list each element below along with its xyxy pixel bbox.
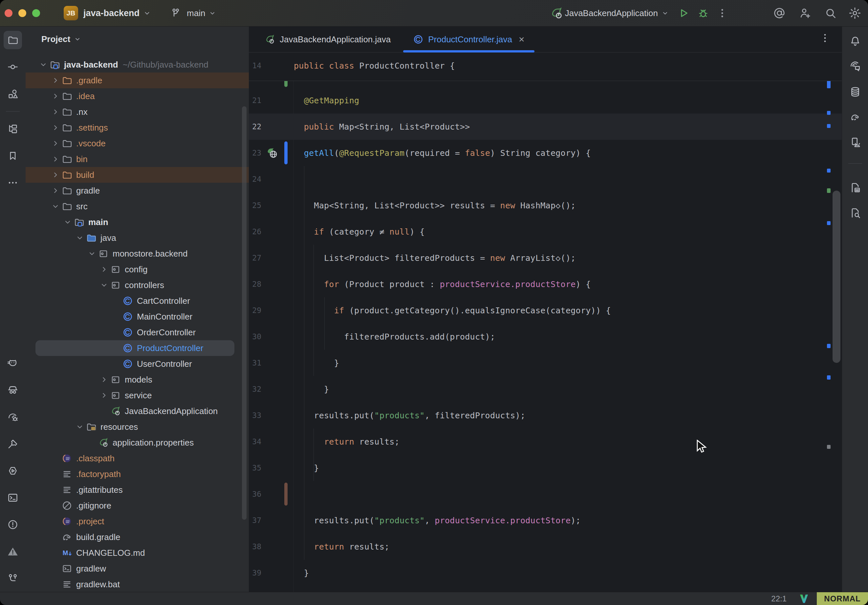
tree-item-.nx[interactable]: .nx — [26, 104, 249, 120]
debug-button[interactable] — [696, 6, 710, 20]
more-actions-button[interactable] — [715, 6, 730, 20]
code-line-38[interactable]: 38 return results; — [249, 534, 842, 560]
tool-warnings-icon[interactable] — [0, 538, 26, 565]
vcs-added-marker[interactable] — [284, 81, 288, 87]
tree-item-gradle[interactable]: gradle — [26, 183, 249, 198]
tree-item-.factorypath[interactable]: .factorypath — [26, 466, 249, 482]
chevron-right-icon[interactable] — [50, 153, 61, 165]
chevron-right-icon[interactable] — [99, 374, 110, 385]
chevron-right-icon[interactable] — [50, 169, 61, 181]
tree-item-OrderController[interactable]: OrderController — [26, 325, 249, 340]
project-icon-badge[interactable]: JB — [64, 6, 78, 20]
chevron-down-icon[interactable] — [38, 59, 49, 70]
line-number[interactable]: 39 — [249, 569, 263, 577]
tree-item-gradlew.bat[interactable]: gradlew.bat — [26, 576, 249, 592]
scroll-stripe-mark[interactable] — [827, 124, 831, 128]
vim-mode-badge[interactable]: NORMAL — [817, 592, 868, 605]
tool-find-in-files-icon[interactable] — [842, 200, 868, 225]
line-number[interactable]: 30 — [249, 333, 263, 341]
code-line-34[interactable]: 34 return results; — [249, 429, 842, 455]
chevron-down-icon[interactable] — [86, 248, 98, 259]
chevron-right-icon[interactable] — [50, 91, 61, 102]
tool-commit-icon[interactable] — [0, 54, 26, 80]
line-number[interactable]: 24 — [249, 175, 263, 183]
line-number[interactable]: 23 — [249, 149, 263, 157]
tool-incognito-icon[interactable] — [0, 377, 26, 404]
line-number[interactable]: 21 — [249, 96, 263, 105]
tool-database-icon[interactable] — [842, 79, 868, 104]
tree-item-java-backend[interactable]: java-backend~/Github/java-backend — [26, 57, 249, 73]
tree-item-.project[interactable]: .project — [26, 514, 249, 529]
line-number[interactable]: 27 — [249, 254, 263, 262]
tool-version-control-icon[interactable] — [0, 565, 26, 592]
tool-project-folder-icon[interactable] — [0, 26, 26, 54]
chevron-right-icon[interactable] — [99, 390, 110, 401]
tree-item-.classpath[interactable]: .classpath — [26, 450, 249, 466]
tool-gradle-elephant-icon[interactable] — [842, 104, 868, 130]
line-number[interactable]: 32 — [249, 385, 263, 393]
tool-more-icon[interactable] — [0, 169, 26, 196]
chevron-down-icon[interactable] — [208, 9, 216, 17]
scroll-stripe-mark[interactable] — [827, 169, 831, 173]
scroll-stripe-mark[interactable] — [827, 445, 831, 449]
editor-tab-ProductController.java[interactable]: ProductController.java× — [402, 26, 535, 52]
git-branch-icon[interactable] — [168, 6, 183, 20]
chevron-right-icon[interactable] — [50, 106, 61, 118]
tree-item-java[interactable]: java — [26, 230, 249, 246]
line-number[interactable]: 26 — [249, 227, 263, 236]
sticky-context-line[interactable]: 14public class ProductController { — [249, 53, 842, 81]
endpoint-gutter-icon[interactable] — [263, 147, 281, 159]
branch-selector[interactable]: main — [187, 8, 205, 19]
line-number[interactable]: 31 — [249, 359, 263, 367]
tree-item-build[interactable]: build — [26, 167, 249, 183]
scroll-stripe-mark[interactable] — [827, 188, 831, 193]
tool-bookmarks-icon[interactable] — [0, 142, 26, 169]
line-number[interactable]: 37 — [249, 516, 263, 525]
code-line-37[interactable]: 37 results.put("products", productServic… — [249, 507, 842, 534]
tree-item-monostore.backend[interactable]: monostore.backend — [26, 246, 249, 261]
chevron-right-icon[interactable] — [99, 264, 110, 275]
tool-packages-icon[interactable] — [0, 80, 26, 107]
code-line-23[interactable]: 23 getAll(@RequestParam(required = false… — [249, 140, 842, 166]
tool-running-devices-icon[interactable] — [842, 130, 868, 155]
line-number[interactable]: 14 — [249, 61, 263, 70]
tree-item-ProductController[interactable]: ProductController — [26, 340, 249, 356]
tree-item-bin[interactable]: bin — [26, 151, 249, 167]
tree-item-main[interactable]: main — [26, 214, 249, 230]
tab-options-kebab-icon[interactable] — [819, 32, 831, 45]
editor-tab-JavaBackendApplication.java[interactable]: JavaBackendApplication.java — [253, 26, 402, 52]
run-button[interactable] — [676, 6, 691, 20]
code-line-25[interactable]: 25 Map<String, List<Product>> results = … — [249, 192, 842, 218]
maximize-window-button[interactable] — [32, 9, 40, 17]
code-line-28[interactable]: 28 for (Product product : productService… — [249, 271, 842, 297]
settings-gear-icon[interactable] — [848, 6, 862, 20]
line-number[interactable]: 22 — [249, 122, 263, 131]
chevron-down-icon[interactable] — [74, 232, 85, 243]
chevron-down-icon[interactable] — [74, 421, 85, 432]
caret-position-widget[interactable]: 22:1 — [771, 594, 787, 603]
tree-item-.gitattributes[interactable]: .gitattributes — [26, 482, 249, 498]
minimize-window-button[interactable] — [19, 9, 26, 17]
line-number[interactable]: 34 — [249, 437, 263, 446]
tool-structure-icon[interactable] — [0, 116, 26, 142]
editor-scrollbar[interactable] — [832, 190, 840, 363]
tree-item-JavaBackendApplication[interactable]: JavaBackendApplication — [26, 403, 249, 419]
line-number[interactable]: 28 — [249, 280, 263, 288]
code-line-21[interactable]: 21 @GetMapping — [249, 87, 842, 113]
tree-item-application.properties[interactable]: application.properties — [26, 435, 249, 450]
tool-services-icon[interactable] — [0, 457, 26, 484]
close-window-button[interactable] — [5, 9, 12, 17]
close-tab-icon[interactable]: × — [519, 34, 525, 45]
tree-item-.gitignore[interactable]: .gitignore — [26, 498, 249, 514]
scroll-stripe-mark[interactable] — [827, 111, 831, 115]
tool-terminal-icon[interactable] — [0, 484, 26, 511]
tree-item-.gradle[interactable]: .gradle — [26, 73, 249, 88]
tool-ai-chat-icon[interactable] — [842, 54, 868, 79]
tool-build-hammer-icon[interactable] — [0, 430, 26, 457]
line-number[interactable]: 35 — [249, 464, 263, 472]
line-number[interactable]: 38 — [249, 542, 263, 551]
chevron-right-icon[interactable] — [50, 138, 61, 149]
code-line-33[interactable]: 33 results.put("products", filteredProdu… — [249, 402, 842, 429]
tree-item-models[interactable]: models — [26, 372, 249, 387]
tree-item-build.gradle[interactable]: build.gradle — [26, 529, 249, 545]
